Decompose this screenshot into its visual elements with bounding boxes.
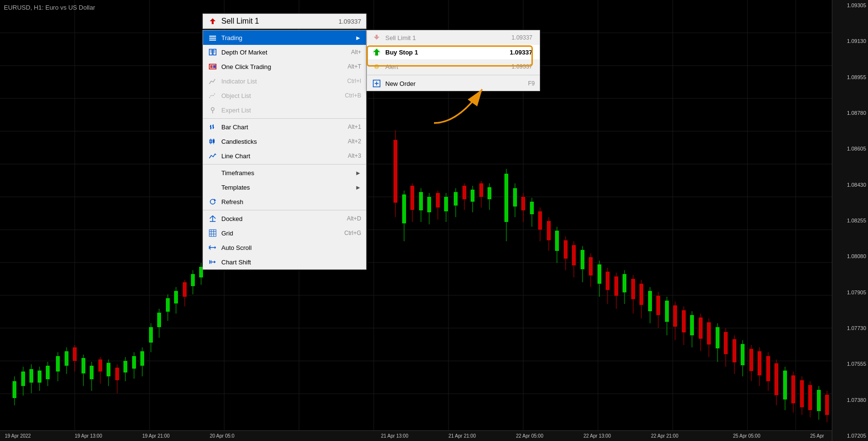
timeframes-arrow: ► — [355, 169, 361, 177]
menu-item-line-chart[interactable]: Line Chart Alt+3 — [203, 149, 366, 163]
sell-limit-top-label: Sell Limit 1 — [221, 17, 280, 26]
svg-rect-134 — [673, 305, 677, 327]
submenu-buy-stop[interactable]: Buy Stop 1 1.09337 — [367, 45, 540, 59]
separator-3 — [203, 210, 366, 210]
svg-rect-150 — [741, 344, 745, 365]
sell-limit-sub-icon — [372, 33, 381, 42]
menu-grid-shortcut: Ctrl+G — [344, 230, 361, 236]
submenu-new-order-label: New Order — [385, 80, 452, 87]
svg-rect-170 — [825, 395, 829, 415]
svg-rect-140 — [699, 317, 703, 339]
menu-item-indicator[interactable]: Indicator List Ctrl+I — [203, 74, 366, 88]
svg-rect-62 — [174, 291, 178, 303]
svg-rect-44 — [98, 359, 102, 372]
refresh-icon — [208, 197, 217, 207]
submenu-new-order[interactable]: New Order F9 — [367, 76, 540, 91]
svg-marker-207 — [215, 246, 216, 249]
menu-autoscroll-label: Auto Scroll — [221, 244, 361, 251]
svg-rect-154 — [758, 351, 761, 375]
menu-item-expert[interactable]: Expert List — [203, 103, 366, 117]
menu-item-oct[interactable]: One Click Trading Alt+T — [203, 59, 366, 74]
svg-rect-205 — [209, 230, 216, 236]
submenu-alert-value: 1.09337 — [512, 63, 532, 70]
submenu-buy-stop-label: Buy Stop 1 — [385, 49, 448, 56]
menu-candlesticks-label: Candlesticks — [221, 138, 338, 145]
svg-rect-36 — [65, 351, 68, 366]
menu-item-dom[interactable]: Depth Of Market Alt+ — [203, 45, 366, 59]
svg-rect-42 — [90, 366, 94, 379]
time-8: 22 Apr 13:00 — [583, 433, 611, 439]
svg-rect-142 — [707, 322, 711, 345]
svg-rect-138 — [690, 315, 694, 335]
chart-title: EURUSD, H1: Euro vs US Dollar — [4, 4, 95, 11]
svg-rect-88 — [471, 190, 475, 202]
expert-icon — [208, 105, 217, 115]
svg-rect-86 — [462, 186, 466, 199]
menu-item-grid[interactable]: Grid Ctrl+G — [203, 226, 366, 240]
templates-arrow: ► — [355, 184, 361, 191]
separator-1 — [203, 118, 366, 119]
submenu-sell-limit-label: Sell Limit 1 — [385, 34, 448, 41]
menu-item-timeframes[interactable]: Timeframes ► — [203, 165, 366, 180]
menu-item-refresh[interactable]: Refresh — [203, 194, 366, 209]
svg-rect-152 — [749, 349, 753, 371]
menu-item-docked[interactable]: Docked Alt+D — [203, 211, 366, 226]
svg-rect-52 — [132, 356, 136, 369]
chartshift-icon — [208, 257, 217, 267]
svg-rect-76 — [419, 192, 423, 210]
indicator-icon — [208, 76, 217, 86]
svg-rect-106 — [555, 231, 559, 251]
oct-icon — [208, 62, 217, 71]
menu-candlesticks-shortcut: Alt+2 — [348, 138, 361, 145]
svg-rect-70 — [393, 140, 397, 203]
time-6: 21 Apr 21:00 — [448, 433, 476, 439]
svg-marker-214 — [374, 35, 380, 40]
svg-rect-64 — [183, 282, 187, 297]
time-5: 21 Apr 13:00 — [381, 433, 408, 439]
menu-item-object[interactable]: Object List Ctrl+B — [203, 88, 366, 103]
svg-rect-40 — [81, 358, 85, 373]
svg-rect-164 — [800, 380, 804, 407]
svg-rect-144 — [716, 327, 719, 348]
separator-2 — [203, 164, 366, 165]
svg-rect-158 — [774, 363, 778, 395]
svg-rect-122 — [623, 274, 626, 292]
menu-item-templates[interactable]: Templates ► — [203, 180, 366, 194]
sell-limit-top-icon — [208, 16, 217, 26]
svg-rect-173 — [209, 38, 216, 39]
svg-rect-92 — [488, 187, 491, 199]
menu-item-candlesticks[interactable]: Candlesticks Alt+2 — [203, 134, 366, 149]
time-9: 22 Apr 21:00 — [651, 433, 678, 439]
menu-indicator-shortcut: Ctrl+I — [347, 78, 361, 84]
menu-item-trading[interactable]: Trading ► — [203, 30, 366, 45]
price-10: 1.07730 — [834, 325, 866, 331]
time-4: 20 Apr 05:0 — [210, 433, 234, 439]
svg-rect-90 — [479, 183, 483, 197]
svg-rect-30 — [38, 371, 41, 383]
time-3: 19 Apr 21:00 — [142, 433, 170, 439]
svg-rect-38 — [73, 347, 77, 361]
svg-rect-174 — [209, 40, 216, 41]
svg-rect-98 — [521, 197, 525, 210]
menu-item-chartshift[interactable]: Chart Shift — [203, 255, 366, 269]
svg-rect-72 — [402, 194, 406, 223]
submenu-sell-limit[interactable]: Sell Limit 1 1.09337 — [367, 30, 540, 45]
menu-bar-chart-shortcut: Alt+1 — [348, 124, 361, 130]
svg-rect-78 — [427, 197, 431, 212]
menu-chartshift-label: Chart Shift — [221, 259, 361, 266]
svg-rect-96 — [513, 188, 517, 207]
svg-rect-116 — [597, 264, 601, 284]
svg-rect-183 — [213, 65, 216, 68]
svg-rect-132 — [665, 301, 669, 322]
menu-item-bar-chart[interactable]: Bar Chart Alt+1 — [203, 120, 366, 134]
templates-icon — [208, 182, 217, 192]
svg-rect-148 — [732, 339, 736, 362]
time-1: 19 Apr 2022 — [5, 433, 31, 439]
menu-item-autoscroll[interactable]: Auto Scroll — [203, 240, 366, 255]
submenu-separator — [367, 75, 540, 75]
menu-dom-label: Depth Of Market — [221, 49, 341, 56]
sell-limit-bar[interactable]: Sell Limit 1 1.09337 — [203, 14, 366, 29]
price-13: 1.07205 — [834, 433, 866, 439]
svg-text:!: ! — [376, 65, 377, 69]
submenu-alert[interactable]: ! Alert 1.09337 — [367, 59, 540, 74]
